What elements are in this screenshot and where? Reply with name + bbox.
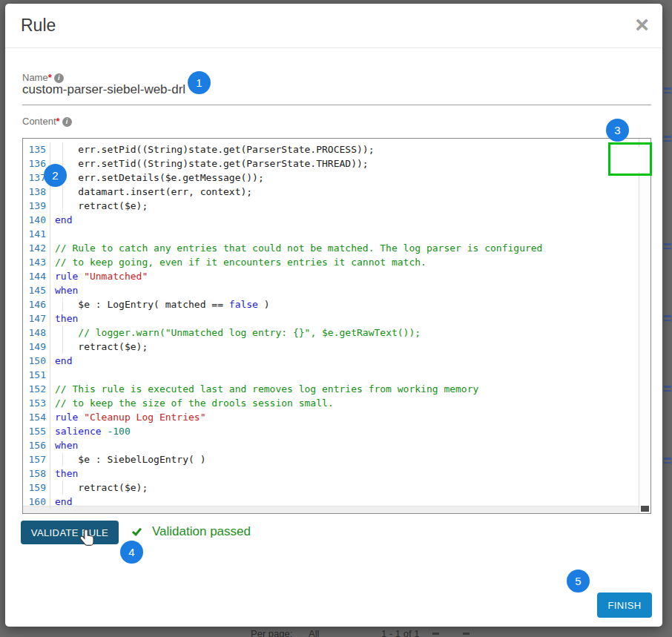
pagination-prev-icon (432, 633, 439, 635)
code-line[interactable]: 136 err.setTid((String)state.get(ParserS… (23, 156, 650, 171)
line-number: 138 (23, 185, 50, 199)
line-number: 159 (23, 481, 50, 495)
line-number: 144 (23, 269, 50, 283)
indent-guide (62, 452, 63, 466)
annotation-badge-5: 5 (567, 570, 590, 593)
background-pagination: Per page: All 1 - 1 of 1 (251, 628, 666, 637)
code-line[interactable]: 144rule "Unmatched" (23, 269, 650, 283)
code-line[interactable]: 141 (23, 227, 650, 241)
name-input[interactable]: custom-parser-siebel-web-drl (22, 82, 185, 97)
required-asterisk: * (56, 116, 60, 127)
background-link-fragment (664, 386, 671, 392)
code-line[interactable]: 150end (23, 354, 650, 368)
annotation-badge-1: 1 (188, 71, 211, 94)
info-icon[interactable]: i (62, 117, 72, 127)
indent-guide (62, 481, 63, 495)
scrollbar-thumb[interactable] (641, 506, 649, 512)
line-number: 142 (23, 241, 50, 255)
indent-guide (62, 199, 63, 213)
line-number: 150 (23, 354, 50, 368)
line-number: 154 (23, 410, 50, 424)
code-line[interactable]: 152// This rule is executed last and rem… (23, 382, 650, 396)
code-line[interactable]: 147then (23, 311, 650, 326)
background-link-fragment (664, 315, 671, 321)
per-page-label: Per page: (251, 628, 292, 637)
name-input-underline (22, 105, 651, 105)
content-code-editor[interactable]: 134 err.setSev((String)state.get(ParserS… (22, 138, 651, 514)
line-number: 146 (23, 297, 50, 311)
indent-guide (62, 297, 63, 311)
code-line[interactable]: 157 $e : SiebelLogEntry( ) (23, 452, 650, 466)
pagination-range: 1 - 1 of 1 (381, 628, 419, 637)
checkmark-icon (133, 527, 145, 536)
code-line[interactable]: 139 retract($e); (23, 199, 650, 213)
code-line[interactable]: 140end (23, 213, 650, 227)
finish-button[interactable]: FINISH (597, 593, 652, 618)
line-number: 139 (23, 199, 50, 213)
required-asterisk: * (48, 72, 52, 83)
name-label: Name*i (22, 72, 64, 83)
line-number: 140 (23, 213, 50, 227)
line-number: 135 (23, 142, 50, 156)
code-line[interactable]: 143// to keep going, even if it encounte… (23, 255, 650, 269)
code-line[interactable]: 146 $e : LogEntry( matched == false ) (23, 297, 650, 311)
background-link-fragment (664, 243, 671, 249)
code-line[interactable]: 137 err.setDetails($e.getMessage()); (23, 171, 650, 185)
rule-dialog: Rule × Name*i custom-parser-siebel-web-d… (5, 4, 662, 627)
indent-guide (62, 326, 63, 340)
code-line[interactable]: 138 datamart.insert(err, context); (23, 185, 650, 199)
line-number: 152 (23, 382, 50, 396)
line-number: 157 (23, 452, 50, 466)
code-line[interactable]: 154rule "Cleanup Log Entries" (23, 410, 650, 424)
indent-guide (62, 185, 63, 199)
indent-guide (62, 142, 63, 156)
annotation-badge-3: 3 (606, 119, 629, 142)
line-number: 156 (23, 438, 50, 452)
indent-guide (62, 340, 63, 354)
code-line[interactable]: 142// Rule to catch any entries that cou… (23, 241, 650, 255)
annotation-badge-4: 4 (120, 541, 143, 564)
background-link-fragment (664, 458, 671, 463)
code-line[interactable]: 156when (23, 438, 650, 452)
code-line[interactable]: 159 retract($e); (23, 481, 650, 495)
code-line[interactable]: 145when (23, 283, 650, 297)
line-number: 158 (23, 466, 50, 481)
fullscreen-icon (625, 153, 638, 166)
code-line[interactable]: 153// to keep the size of the drools ses… (23, 396, 650, 410)
line-number: 148 (23, 326, 50, 340)
dialog-header: Rule × (5, 4, 662, 48)
line-number: 143 (23, 255, 50, 269)
code-line[interactable]: 149 retract($e); (23, 340, 650, 354)
validation-status-text: Validation passed (152, 524, 251, 539)
validate-rule-button[interactable]: VALIDATE RULE (21, 521, 119, 544)
code-line[interactable]: 155salience -100 (23, 424, 650, 438)
background-link-fragment (664, 88, 671, 93)
line-number: 149 (23, 340, 50, 354)
fullscreen-expand-button[interactable] (616, 147, 646, 172)
line-number: 147 (23, 311, 50, 326)
code-line[interactable]: 151 (23, 368, 650, 382)
line-number: 153 (23, 396, 50, 410)
code-line[interactable]: 135 err.setPid((String)state.get(ParserS… (23, 142, 650, 156)
line-number: 141 (23, 227, 50, 241)
code-content: 134 err.setSev((String)state.get(ParserS… (23, 139, 650, 509)
code-line[interactable]: 148 // logger.warn("Unmatched log entry:… (23, 326, 650, 340)
code-line[interactable]: 158then (23, 466, 650, 481)
line-number: 145 (23, 283, 50, 297)
line-number: 155 (23, 424, 50, 438)
dialog-title: Rule (21, 16, 56, 36)
background-link-fragment (664, 136, 671, 142)
line-number: 151 (23, 368, 50, 382)
content-label: Content*i (22, 116, 72, 127)
close-icon[interactable]: × (635, 10, 649, 39)
vertical-scrollbar[interactable] (639, 139, 650, 513)
per-page-value: All (309, 628, 319, 637)
line-number: 160 (23, 495, 50, 509)
code-line[interactable]: 160end (23, 495, 650, 509)
pagination-next-icon (463, 633, 470, 635)
annotation-badge-2: 2 (44, 164, 67, 187)
